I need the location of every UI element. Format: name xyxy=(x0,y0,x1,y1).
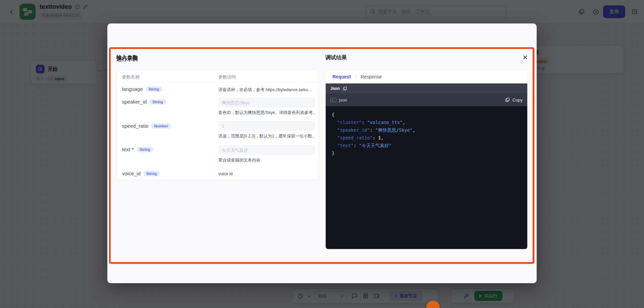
param-name-text: text * String xyxy=(122,146,153,152)
param-desc-voice-id: voice id xyxy=(218,172,315,176)
json-code-block: { "cluster": "volcano_tts", "speaker_id"… xyxy=(326,106,527,249)
type-badge: String xyxy=(143,171,160,176)
debug-result-heading: 调试结果 xyxy=(325,54,347,61)
param-name-voice-id: voice_id String xyxy=(122,171,160,176)
type-badge: String xyxy=(137,147,153,152)
type-badge: Number xyxy=(151,123,171,129)
param-name-speed-ratio: speed_ratio Number xyxy=(122,123,171,129)
format-bar: Json xyxy=(326,83,527,94)
param-input-speed-ratio[interactable] xyxy=(218,121,315,131)
param-name-speaker-id: speaker_id String xyxy=(122,99,166,105)
param-desc-language: 语音语种，非必填，参考 https://bytedance.larko… xyxy=(218,87,315,93)
terminal-icon: >_ xyxy=(330,98,336,102)
code-line: { xyxy=(332,111,521,119)
tab-divider xyxy=(356,74,356,79)
param-input-speaker-id[interactable] xyxy=(218,98,315,108)
code-header-bar: >_ json Copy xyxy=(326,94,527,106)
required-mark: * xyxy=(132,146,134,152)
param-desc-text: 要合成音频的文本内容 xyxy=(218,158,315,163)
close-icon[interactable]: ✕ xyxy=(523,54,528,61)
type-badge: String xyxy=(146,86,162,92)
code-line: "text": "今天天气真好" xyxy=(332,142,521,149)
param-input-text[interactable] xyxy=(218,145,315,155)
header-divider xyxy=(117,82,319,82)
param-desc-speaker-id: 音色ID，默认为爽快思思/Skye。详细音色列表参考… xyxy=(218,110,315,116)
debug-result-panel: Request Response Json >_ json xyxy=(325,70,528,249)
params-table: 参数名称 参数说明 language String 语音语种，非必填，参考 ht… xyxy=(116,70,319,180)
code-line: "speaker_id": "爽快思思/Skye", xyxy=(332,126,521,134)
code-line: "cluster": "volcano_tts", xyxy=(332,119,521,126)
code-line: } xyxy=(332,149,521,157)
code-line: "speed_ratio": 1, xyxy=(332,134,521,142)
param-desc-speed-ratio: 语速，范围是[0.2,3]，默认为1，通常保留一位小数… xyxy=(218,133,315,139)
format-label: Json xyxy=(330,86,340,91)
clipboard-icon xyxy=(505,98,510,102)
col-header-desc: 参数说明 xyxy=(218,74,236,80)
type-badge: String xyxy=(149,99,166,105)
copy-button[interactable]: Copy xyxy=(505,98,523,103)
col-header-name: 参数名称 xyxy=(122,74,140,80)
result-tabs: Request Response xyxy=(326,70,527,83)
copy-icon[interactable] xyxy=(343,86,347,91)
run-example-modal: 运行示例 ✕ 输入参数 参数名称 参数说明 language String 语音… xyxy=(107,23,537,283)
code-language: >_ json xyxy=(330,98,347,103)
param-name-language: language String xyxy=(122,86,162,92)
workflow-editor: texttovideo 已自动保存 09:42:18 发布 xyxy=(0,0,644,308)
tab-request[interactable]: Request xyxy=(332,74,351,79)
input-params-heading: 输入参数 xyxy=(116,54,138,61)
tab-response[interactable]: Response xyxy=(361,74,382,79)
